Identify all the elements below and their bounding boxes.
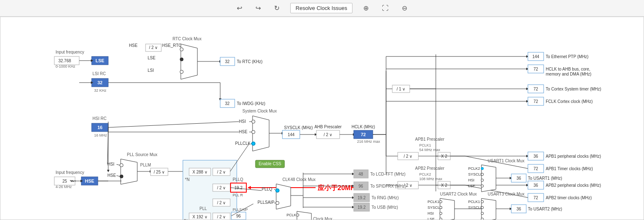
svg-text:54 MHz max: 54 MHz max — [419, 148, 440, 152]
svg-text:/ 2  ∨: / 2 ∨ — [324, 132, 333, 137]
svg-text:To RTC (KHz): To RTC (KHz) — [237, 59, 262, 64]
svg-text:72: 72 — [361, 132, 366, 137]
svg-text:APB2 timer clocks (MHz): APB2 timer clocks (MHz) — [546, 196, 592, 200]
svg-point-266 — [481, 200, 484, 203]
svg-text:36: 36 — [533, 183, 538, 188]
svg-text:/ 1  ∨: / 1 ∨ — [397, 87, 406, 91]
svg-text:108 MHz max: 108 MHz max — [419, 177, 442, 181]
svg-point-155 — [120, 175, 123, 178]
svg-text:Enable CSS: Enable CSS — [259, 161, 282, 166]
svg-text:/ 25  ∨: / 25 ∨ — [154, 170, 165, 174]
svg-point-204 — [276, 201, 279, 205]
svg-text:PCLK1: PCLK1 — [419, 143, 431, 147]
svg-text:HSI: HSI — [107, 162, 114, 166]
svg-text:4-26 MHz: 4-26 MHz — [56, 185, 72, 189]
svg-text:Input frequency: Input frequency — [56, 50, 84, 54]
svg-point-154 — [120, 164, 123, 167]
svg-text:HSE_RTC: HSE_RTC — [162, 43, 182, 48]
svg-text:144: 144 — [288, 132, 295, 137]
svg-text:72: 72 — [533, 196, 538, 200]
undo-button[interactable]: ↩ — [234, 2, 245, 14]
svg-text:72: 72 — [533, 87, 538, 91]
svg-point-40 — [180, 70, 183, 73]
svg-text:0-1000 KHz: 0-1000 KHz — [56, 64, 75, 68]
svg-text:LSE: LSE — [95, 58, 104, 63]
svg-text:/ 2  ∨: / 2 ∨ — [217, 215, 226, 219]
svg-point-267 — [481, 206, 484, 209]
svg-text:HSE: HSE — [129, 43, 138, 48]
svg-text:RTC Clock Mux: RTC Clock Mux — [173, 37, 202, 41]
svg-text:32 KHz: 32 KHz — [94, 88, 107, 93]
svg-text:To Ethernet PTP (MHz): To Ethernet PTP (MHz) — [546, 54, 588, 59]
svg-text:HSI: HSI — [239, 119, 246, 124]
refresh-button[interactable]: ↻ — [272, 2, 282, 14]
diagram-svg: Input frequency 32.768 0-1000 KHz LSE LS… — [0, 17, 644, 220]
svg-text:PLL R: PLL R — [233, 193, 243, 197]
zoom-in-button[interactable]: ⊕ — [361, 2, 371, 14]
svg-point-268 — [481, 212, 484, 215]
svg-text:HSE: HSE — [107, 173, 116, 178]
svg-text:To USART2 (MHz): To USART2 (MHz) — [528, 207, 562, 211]
svg-text:CLK48 Clock Mux: CLK48 Clock Mux — [282, 177, 316, 182]
svg-text:19.2: 19.2 — [357, 196, 366, 200]
svg-text:HSE: HSE — [85, 178, 95, 183]
svg-text:PLLQ: PLLQ — [262, 187, 272, 191]
toolbar: ↩ ↪ ↻ Resolve Clock Issues ⊕ ⛶ ⊖ — [0, 0, 644, 17]
svg-text:/ 2  ∨: / 2 ∨ — [404, 154, 413, 159]
svg-point-241 — [481, 185, 484, 187]
svg-text:/ 2  ∨: / 2 ∨ — [217, 170, 226, 174]
fit-button[interactable]: ⛶ — [379, 3, 391, 14]
svg-point-62 — [252, 142, 255, 145]
svg-text:SYSCLK (MHz): SYSCLK (MHz) — [284, 125, 313, 130]
svg-point-230 — [296, 214, 299, 216]
redo-button[interactable]: ↪ — [253, 2, 263, 14]
svg-text:216 MHz max: 216 MHz max — [357, 139, 380, 144]
svg-text:SYSCLK: SYSCLK — [468, 205, 483, 210]
svg-text:USART2 Clock Mux: USART2 Clock Mux — [440, 192, 477, 196]
svg-text:AHB Prescaler: AHB Prescaler — [314, 125, 342, 129]
svg-text:PLL: PLL — [199, 206, 207, 211]
svg-text:USART3 Clock Mux: USART3 Clock Mux — [488, 192, 525, 196]
svg-text:25: 25 — [62, 179, 67, 183]
svg-text:72: 72 — [533, 166, 538, 171]
svg-point-254 — [440, 206, 442, 209]
svg-text:To LCD-TFT (MHz): To LCD-TFT (MHz) — [370, 172, 406, 176]
svg-text:To USART1 (MHz): To USART1 (MHz) — [528, 176, 562, 181]
svg-text:PLLQ: PLLQ — [233, 177, 243, 182]
svg-text:APB2 Prescaler: APB2 Prescaler — [415, 166, 445, 171]
svg-text:To RNG (MHz): To RNG (MHz) — [372, 196, 399, 200]
svg-point-61 — [252, 130, 255, 134]
svg-point-38 — [180, 48, 183, 51]
svg-point-255 — [440, 212, 442, 215]
svg-text:PLLM: PLLM — [140, 163, 151, 167]
svg-text:36: 36 — [516, 176, 521, 181]
svg-text:LSE: LSE — [468, 184, 475, 188]
svg-text:USART1 Clock Mux: USART1 Clock Mux — [488, 159, 525, 163]
svg-text:PLL Source Mux: PLL Source Mux — [127, 152, 158, 157]
svg-text:32: 32 — [225, 59, 230, 64]
svg-text:APB1 Timer clocks (MHz): APB1 Timer clocks (MHz) — [546, 166, 593, 171]
svg-point-269 — [481, 218, 484, 220]
svg-text:144: 144 — [532, 54, 540, 59]
zoom-out-button[interactable]: ⊖ — [399, 2, 410, 14]
svg-text:FCLK Cortex clock (MHz): FCLK Cortex clock (MHz) — [546, 99, 593, 104]
svg-text:APB1 peripheral clocks (MHz): APB1 peripheral clocks (MHz) — [546, 154, 601, 159]
svg-text:19.2: 19.2 — [234, 186, 243, 190]
svg-text:PCLK2: PCLK2 — [468, 166, 480, 171]
svg-text:32: 32 — [97, 80, 102, 85]
svg-text:HSI: HSI — [468, 178, 474, 182]
svg-text:/ 2  ∨: / 2 ∨ — [217, 186, 226, 190]
svg-text:HCLK (MHz): HCLK (MHz) — [352, 125, 375, 129]
svg-text:APB2 peripheral clocks (MHz): APB2 peripheral clocks (MHz) — [546, 183, 601, 188]
svg-text:96: 96 — [236, 214, 241, 218]
resolve-clock-button[interactable]: Resolve Clock Issues — [290, 3, 352, 13]
svg-point-253 — [440, 200, 442, 203]
svg-text:PLLSAIP: PLLSAIP — [258, 200, 275, 205]
svg-text:X 288  ∨: X 288 ∨ — [192, 170, 207, 174]
svg-point-201 — [276, 189, 279, 192]
svg-text:HSE: HSE — [239, 130, 248, 134]
svg-text:*N: *N — [185, 177, 190, 182]
svg-point-238 — [481, 167, 484, 170]
svg-point-240 — [481, 179, 484, 181]
svg-text:32.768: 32.768 — [58, 59, 71, 63]
